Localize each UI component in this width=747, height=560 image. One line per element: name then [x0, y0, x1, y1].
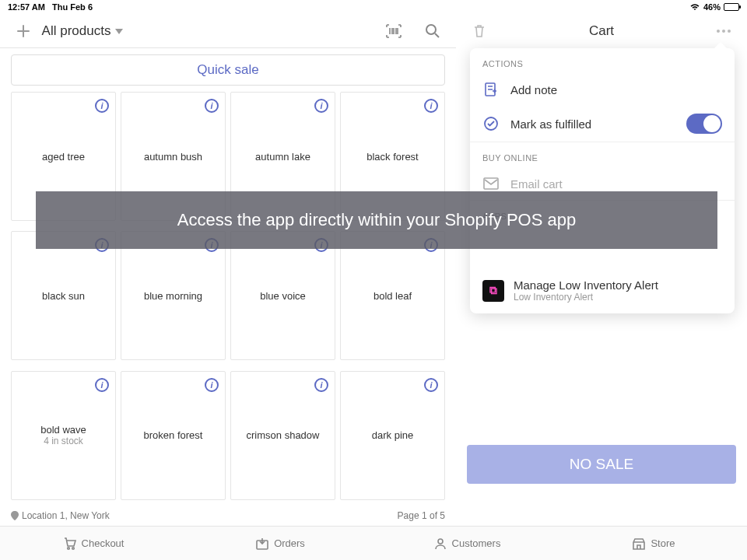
product-card[interactable]: ibold wave4 in stock: [11, 371, 116, 500]
product-grid: iaged treeiautumn bushiautumn lakeiblack…: [0, 92, 456, 506]
actions-section-label: ACTIONS: [470, 48, 735, 73]
email-icon: [482, 175, 500, 192]
fulfilled-toggle[interactable]: [686, 114, 722, 134]
product-card[interactable]: icrimson shadow: [230, 371, 335, 500]
status-date: Thu Feb 6: [52, 2, 93, 12]
product-name: broken forest: [144, 429, 203, 441]
add-button[interactable]: [14, 22, 33, 40]
app-icon: ⧉: [482, 280, 504, 302]
mark-fulfilled-label: Mark as fulfilled: [510, 117, 591, 131]
nav-checkout[interactable]: Checkout: [0, 527, 187, 560]
nav-store[interactable]: Store: [560, 527, 747, 560]
product-name: bold leaf: [374, 290, 412, 302]
nav-customers[interactable]: Customers: [374, 527, 560, 560]
product-name: black forest: [366, 151, 418, 163]
delete-cart-button[interactable]: [470, 22, 489, 40]
orders-icon: [255, 537, 269, 551]
info-icon[interactable]: i: [424, 99, 438, 113]
header-title: All products: [42, 23, 111, 39]
mark-fulfilled-row[interactable]: Mark as fulfilled: [470, 106, 735, 142]
product-name: aged tree: [42, 151, 85, 163]
search-button[interactable]: [423, 22, 442, 40]
nav-store-label: Store: [651, 537, 675, 549]
nav-customers-label: Customers: [452, 537, 501, 549]
app-row[interactable]: ⧉ Manage Low Inventory Alert Low Invento…: [470, 268, 735, 313]
add-note-row[interactable]: Add note: [470, 73, 735, 106]
location-text: Location 1, New York: [22, 510, 110, 521]
battery-icon: [724, 3, 739, 11]
grid-footer: Location 1, New York Page 1 of 5: [0, 506, 456, 526]
svg-point-3: [728, 30, 731, 33]
checkout-icon: [63, 537, 77, 551]
email-cart-label: Email cart: [510, 177, 563, 191]
bottom-nav: Checkout Orders Customers Store: [0, 526, 747, 560]
info-icon[interactable]: i: [95, 99, 109, 113]
app-title: Manage Low Inventory Alert: [514, 278, 658, 292]
info-icon[interactable]: i: [314, 378, 328, 392]
check-circle-icon: [482, 115, 500, 132]
quick-sale-button[interactable]: Quick sale: [11, 54, 445, 86]
cart-title: Cart: [489, 23, 714, 39]
product-name: black sun: [42, 290, 85, 302]
product-name: dark pine: [372, 429, 413, 441]
products-dropdown[interactable]: All products: [42, 23, 124, 39]
wifi-icon: [689, 3, 700, 11]
app-header: All products Cart: [0, 14, 747, 48]
product-card[interactable]: iblue morning: [121, 231, 226, 360]
add-note-label: Add note: [510, 83, 557, 96]
location-indicator[interactable]: Location 1, New York: [11, 510, 110, 521]
page-indicator: Page 1 of 5: [398, 510, 445, 521]
no-sale-label: NO SALE: [570, 456, 633, 473]
svg-point-2: [722, 30, 725, 33]
status-left: 12:57 AM Thu Feb 6: [8, 2, 93, 12]
info-icon[interactable]: i: [205, 99, 219, 113]
svg-point-7: [67, 547, 69, 549]
svg-point-0: [426, 25, 436, 34]
product-name: blue morning: [144, 290, 202, 302]
svg-point-10: [438, 539, 443, 544]
product-card[interactable]: iblue voice: [230, 231, 335, 360]
product-name: bold wave: [40, 424, 86, 436]
battery-percent: 46%: [703, 2, 721, 12]
store-icon: [632, 537, 646, 551]
barcode-button[interactable]: [384, 22, 403, 40]
status-right: 46%: [689, 2, 739, 12]
info-icon[interactable]: i: [205, 378, 219, 392]
svg-point-1: [717, 30, 720, 33]
app-subtitle: Low Inventory Alert: [514, 292, 658, 303]
note-icon: [482, 81, 500, 98]
nav-checkout-label: Checkout: [82, 537, 124, 549]
product-card[interactable]: iblack sun: [11, 231, 116, 360]
customers-icon: [433, 537, 447, 551]
no-sale-button[interactable]: NO SALE: [467, 445, 736, 484]
chevron-down-icon: [115, 29, 123, 34]
nav-orders-label: Orders: [274, 537, 305, 549]
info-icon[interactable]: i: [314, 99, 328, 113]
cart-more-button[interactable]: [714, 22, 733, 40]
quick-sale-label: Quick sale: [197, 62, 258, 78]
product-card[interactable]: ibroken forest: [121, 371, 226, 500]
product-card[interactable]: ibold leaf: [340, 231, 445, 360]
product-name: crimson shadow: [247, 429, 320, 441]
buy-online-section-label: BUY ONLINE: [470, 142, 735, 167]
product-name: autumn lake: [255, 151, 310, 163]
product-name: blue voice: [260, 290, 306, 302]
svg-point-8: [72, 547, 74, 549]
promo-banner: Access the app directly within your Shop…: [36, 191, 717, 249]
location-icon: [11, 511, 19, 520]
info-icon[interactable]: i: [95, 378, 109, 392]
cart-actions-popover: ACTIONS Add note Mark as fulfilled BUY O…: [470, 48, 735, 313]
status-time: 12:57 AM: [8, 2, 45, 12]
product-name: autumn bush: [144, 151, 202, 163]
nav-orders[interactable]: Orders: [187, 527, 374, 560]
product-card[interactable]: idark pine: [340, 371, 445, 500]
banner-text: Access the app directly within your Shop…: [177, 210, 576, 230]
info-icon[interactable]: i: [424, 378, 438, 392]
status-bar: 12:57 AM Thu Feb 6 46%: [0, 0, 747, 14]
product-stock: 4 in stock: [44, 436, 83, 446]
